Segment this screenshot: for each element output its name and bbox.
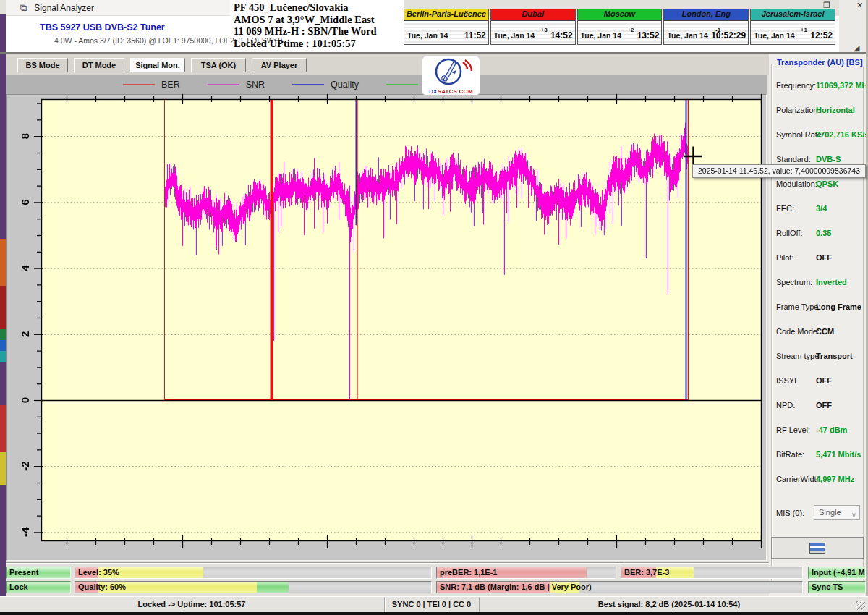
chart-bottom-separator [6,562,867,564]
world-clocks: Berlin-Paris-Lučenec Tue, Jan 14 11:52Du… [404,9,835,45]
tp-value-7: OFF [816,253,832,262]
signal-trend-chart[interactable] [6,94,767,561]
legend-label: SNR [246,80,265,90]
clock-time: 11:52 [464,30,486,41]
tab-tsa-ok-[interactable]: TSA (OK) [191,58,246,72]
clock-dubai: Dubai Tue, Jan 14 +3 14:52 [490,9,576,45]
tp-label-14: RF Level: [776,425,810,434]
legend-swatch [123,84,155,85]
quality-label: Quality: 60% [78,582,126,591]
tp-label-6: RollOff: [776,229,802,237]
mis-value: Single [819,508,841,517]
screen-bottom-edge [0,612,868,615]
clock-body: Tue, Jan 14 +2 13:52 [578,21,662,44]
legend-item-quality: Quality [292,80,359,90]
tab-dt-mode[interactable]: DT Mode [74,58,124,72]
tp-value-8: Inverted [816,278,847,287]
clock-utc-offset: +1 [801,27,807,33]
tp-label-0: Frequency: [776,81,816,90]
present-label: Present [9,568,38,577]
tp-value-4: QPSK [816,179,838,188]
tp-value-14: -47 dBm [816,425,847,434]
tp-value-10: CCM [816,327,834,336]
tp-label-4: Modulation: [776,179,817,188]
tp-value-11: Transport [816,352,853,360]
window-title: Signal Analyzer [34,3,94,13]
clock-date: Tue, Jan 14 [754,31,794,40]
capture-button[interactable] [771,537,864,559]
tp-label-13: NPD: [776,401,795,410]
tp-value-5: 3/4 [816,204,827,213]
tab-bs-mode[interactable]: BS Mode [17,58,68,72]
clock-time: 14:52 [550,30,573,41]
tab-strip: BS ModeDT ModeSignal Mon.TSA (OK)AV Play… [6,54,769,75]
clock-date: Tue, Jan 14 [581,31,621,40]
tab-signal-mon-[interactable]: Signal Mon. [130,58,185,72]
dxsatcs-logo-text: DXSATCS.COM [422,88,480,95]
legend-swatch [386,84,418,85]
close-window-icon[interactable]: ✕ [856,1,863,10]
annotation-line: Locked UPtime : 101:05:57 [234,38,404,50]
dxsatcs-logo: DXSATCS.COM [422,56,480,96]
clock-jerusalem-israel: Jerusalem-Israel Tue, Jan 14 +1 12:52 [750,9,835,45]
input-indicator: Input (~4,91 Mbps) [808,567,866,579]
annotation-block: PF 450_Lučenec/SlovakiaAMOS 7 at 3,9°W_M… [234,1,404,49]
ber-label: BER: 3,7E-3 [624,568,669,577]
clock-city: Dubai [491,9,575,21]
tp-label-5: FEC: [776,204,794,213]
clock-city: Berlin-Paris-Lučenec [404,9,488,21]
resize-grip[interactable] [856,601,865,610]
clock-date: Tue, Jan 14 [407,31,448,40]
transponder-title: Transponder (AU) [BS] [775,58,865,67]
dxsatcs-logo-graphic [422,56,480,87]
clock-date: Tue, Jan 14 [667,31,707,40]
title-bar: ⧉ Signal Analyzer [6,0,230,16]
tp-value-6: 0.35 [816,229,831,237]
clock-city: Moscow [578,9,662,21]
level-label: Level: 35% [78,568,119,577]
syncts-label: Sync TS [812,582,843,591]
clock-city: Jerusalem-Israel [751,9,835,21]
tp-value-9: Long Frame [816,302,861,311]
tp-label-12: ISSYI [776,376,796,385]
annotation-line: PF 450_Lučenec/Slovakia [234,1,404,14]
annotation-line: AMOS 7 at 3,9°W_Middle East [234,14,404,26]
clock-resize-grip[interactable]: ◢ [854,43,859,53]
tp-value-12: OFF [816,376,832,385]
level-indicator: Level: 35% [75,567,432,579]
tp-label-7: Pilot: [776,253,793,262]
chart-legend: BER SNR Quality Level [6,75,767,94]
legend-item-ber: BER [123,80,180,90]
lock-label: Lock [9,582,28,591]
clock-time: 10:52:29 [711,30,746,41]
legend-swatch [292,84,324,85]
clock-berlin-paris-lu-enec: Berlin-Paris-Lučenec Tue, Jan 14 11:52 [404,9,489,45]
tp-value-0: 11069,372 MHz [816,81,868,90]
chevron-down-icon: ∨ [851,508,856,522]
snr-label: SNR: 7,1 dB (Margin: 1,6 dB | Very Poor) [440,582,592,591]
clock-body: Tue, Jan 14 11:52 [404,21,488,44]
tp-label-1: Polarization: [776,106,820,114]
input-label: Input (~4,91 Mbps) [812,568,866,577]
tab-av-player[interactable]: AV Player [252,58,307,72]
mis-select[interactable]: Single ∨ [814,505,860,520]
clock-body: Tue, Jan 14 +3 14:52 [491,21,575,44]
legend-label: Quality [331,80,359,90]
clock-time: 12:52 [810,30,833,41]
tp-label-3: Standard: [776,155,811,164]
tp-label-9: Frame Type: [776,302,821,311]
legend-swatch [208,84,239,85]
transponder-panel: Transponder (AU) [BS] Frequency:11069,37… [769,54,866,612]
background-window-strip [0,14,6,612]
tp-label-11: Stream type: [776,352,821,360]
clock-body: Tue, Jan 14 +1 12:52 [751,21,835,44]
tp-label-15: BitRate: [776,450,804,459]
preber-label: preBER: 1,1E-1 [440,568,497,577]
syncts-indicator: Sync TS [808,581,866,593]
clock-utc-offset: +2 [627,27,634,33]
status-best-signal: Best signal: 8,2 dB (2025-01-14 10:54) [479,597,859,613]
status-sync: SYNC 0 | TEI 0 | CC 0 [384,597,478,613]
clock-city: London, Eng [664,9,748,21]
ber-indicator: BER: 3,7E-3 [621,567,803,579]
quality-indicator: Quality: 60% [75,581,432,593]
